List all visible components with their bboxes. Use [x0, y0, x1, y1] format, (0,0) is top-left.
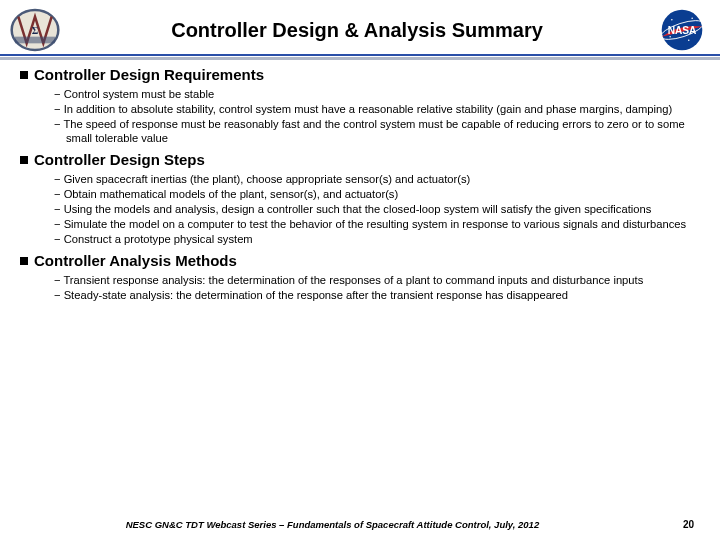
square-bullet-icon: [20, 257, 28, 265]
list-item: Using the models and analysis, design a …: [54, 202, 700, 216]
list-item: Obtain mathematical models of the plant,…: [54, 187, 700, 201]
list-item: In addition to absolute stability, contr…: [54, 102, 700, 116]
list-item: Construct a prototype physical system: [54, 232, 700, 246]
svg-point-7: [691, 17, 693, 19]
section-heading-text: Controller Design Steps: [34, 151, 205, 168]
section-list: Given spacecraft inertias (the plant), c…: [54, 172, 700, 246]
list-item: Steady-state analysis: the determination…: [54, 288, 700, 302]
svg-point-6: [671, 19, 673, 21]
slide-footer: NESC GN&C TDT Webcast Series – Fundament…: [0, 519, 720, 530]
header-divider: [0, 54, 720, 60]
list-item: The speed of response must be reasonably…: [54, 117, 700, 145]
page-number: 20: [683, 519, 694, 530]
section-heading: Controller Design Requirements: [20, 66, 700, 83]
footer-text: NESC GN&C TDT Webcast Series – Fundament…: [0, 519, 665, 530]
svg-text:Σ: Σ: [32, 25, 39, 36]
list-item: Transient response analysis: the determi…: [54, 273, 700, 287]
section-heading: Controller Analysis Methods: [20, 252, 700, 269]
svg-point-9: [669, 36, 671, 38]
slide-title: Controller Design & Analysis Summary: [60, 19, 654, 42]
nesc-logo-icon: Σ: [10, 8, 60, 52]
square-bullet-icon: [20, 71, 28, 79]
list-item: Simulate the model on a computer to test…: [54, 217, 700, 231]
section-heading: Controller Design Steps: [20, 151, 700, 168]
square-bullet-icon: [20, 156, 28, 164]
section-list: Control system must be stable In additio…: [54, 87, 700, 145]
list-item: Control system must be stable: [54, 87, 700, 101]
list-item: Given spacecraft inertias (the plant), c…: [54, 172, 700, 186]
svg-text:NASA: NASA: [668, 25, 697, 36]
section-heading-text: Controller Design Requirements: [34, 66, 264, 83]
section-heading-text: Controller Analysis Methods: [34, 252, 237, 269]
svg-rect-2: [15, 37, 55, 44]
nasa-logo-icon: NASA: [654, 8, 710, 52]
slide-content: Controller Design Requirements Control s…: [0, 66, 720, 302]
svg-point-8: [688, 39, 690, 41]
slide-header: Σ Controller Design & Analysis Summary N…: [0, 0, 720, 54]
section-list: Transient response analysis: the determi…: [54, 273, 700, 302]
